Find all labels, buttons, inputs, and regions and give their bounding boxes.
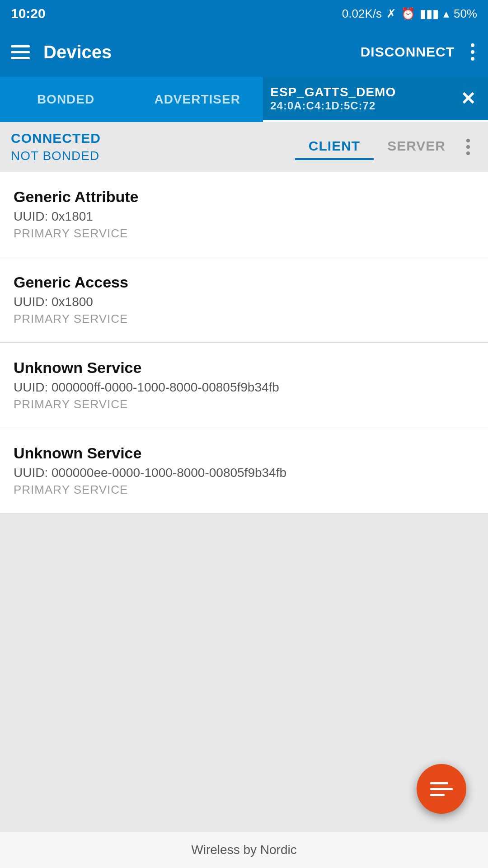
service-uuid-2: UUID: 000000ff-0000-1000-8000-00805f9b34… (14, 380, 474, 395)
service-name-1: Generic Access (14, 274, 474, 291)
connection-info: CONNECTED NOT BONDED (11, 131, 295, 163)
battery-status: 50% (454, 7, 477, 21)
service-item-0[interactable]: Generic Attribute UUID: 0x1801 PRIMARY S… (0, 172, 488, 257)
device-tabs: BONDED ADVERTISER ESP_GATTS_DEMO 24:0A:C… (0, 77, 488, 122)
service-type-0: PRIMARY SERVICE (14, 226, 474, 241)
tab-server[interactable]: SERVER (374, 134, 459, 160)
wifi-icon: ▴ (443, 7, 449, 21)
device-address: 24:0A:C4:1D:5C:72 (270, 99, 456, 112)
page-content: Devices DISCONNECT BONDED ADVERTISER ESP… (0, 27, 488, 868)
service-item-2[interactable]: Unknown Service UUID: 000000ff-0000-1000… (0, 343, 488, 428)
service-type-1: PRIMARY SERVICE (14, 312, 474, 326)
menu-button[interactable] (11, 45, 30, 59)
service-type-3: PRIMARY SERVICE (14, 483, 474, 497)
service-type-2: PRIMARY SERVICE (14, 397, 474, 411)
service-item-3[interactable]: Unknown Service UUID: 000000ee-0000-1000… (0, 428, 488, 514)
service-uuid-3: UUID: 000000ee-0000-1000-8000-00805f9b34… (14, 466, 474, 480)
tab-bonded[interactable]: BONDED (0, 77, 131, 122)
service-name-0: Generic Attribute (14, 188, 474, 206)
connection-status-row: CONNECTED NOT BONDED CLIENT SERVER (0, 122, 488, 172)
alarm-icon: ⏰ (401, 7, 415, 21)
app-title: Devices (43, 42, 347, 62)
service-name-2: Unknown Service (14, 359, 474, 377)
status-icons: 0.02K/s ✗ ⏰ ▮▮▮ ▴ 50% (342, 7, 477, 21)
device-name: ESP_GATTS_DEMO (270, 85, 456, 99)
tab-client[interactable]: CLIENT (295, 134, 374, 160)
service-uuid-0: UUID: 0x1801 (14, 209, 474, 224)
bonded-label: NOT BONDED (11, 149, 295, 163)
status-time: 10:20 (11, 6, 46, 21)
fab-icon (430, 782, 453, 796)
footer-text: Wireless by Nordic (191, 843, 296, 857)
status-bar: 10:20 0.02K/s ✗ ⏰ ▮▮▮ ▴ 50% (0, 0, 488, 27)
client-server-tabs: CLIENT SERVER (295, 134, 477, 160)
bluetooth-icon: ✗ (386, 7, 396, 21)
network-speed: 0.02K/s (342, 7, 382, 21)
overflow-menu-button[interactable] (468, 43, 477, 61)
signal-icon: ▮▮▮ (420, 7, 439, 21)
service-item-1[interactable]: Generic Access UUID: 0x1800 PRIMARY SERV… (0, 257, 488, 343)
fab-button[interactable] (417, 764, 466, 814)
empty-content-area (0, 514, 488, 832)
tab-esp-device[interactable]: ESP_GATTS_DEMO 24:0A:C4:1D:5C:72 ✕ (263, 77, 488, 122)
disconnect-button[interactable]: DISCONNECT (361, 44, 455, 60)
sub-tabs-overflow[interactable] (459, 134, 477, 160)
app-bar: Devices DISCONNECT (0, 27, 488, 77)
footer: Wireless by Nordic (0, 832, 488, 868)
tab-advertiser[interactable]: ADVERTISER (131, 77, 263, 122)
service-uuid-1: UUID: 0x1800 (14, 295, 474, 309)
connected-label: CONNECTED (11, 131, 295, 146)
service-name-3: Unknown Service (14, 444, 474, 462)
services-list: Generic Attribute UUID: 0x1801 PRIMARY S… (0, 172, 488, 514)
close-device-tab-button[interactable]: ✕ (456, 84, 481, 113)
